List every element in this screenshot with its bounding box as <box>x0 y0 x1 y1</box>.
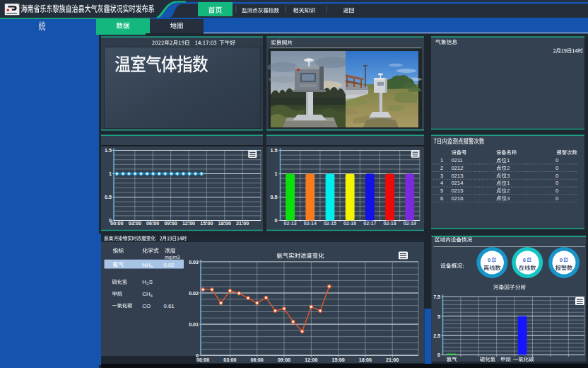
svg-text:21:00: 21:00 <box>236 221 249 226</box>
svg-text:0: 0 <box>555 188 558 194</box>
svg-text:0215: 0215 <box>452 188 464 194</box>
svg-text:S: S <box>149 279 153 285</box>
svg-text:1.5: 1.5 <box>271 147 278 154</box>
svg-text:2.5: 2.5 <box>433 333 440 339</box>
svg-text:12:00: 12:00 <box>305 357 317 363</box>
svg-text:0213: 0213 <box>452 173 464 179</box>
svg-text:0211: 0211 <box>452 157 463 163</box>
svg-text:02-14: 02-14 <box>304 221 317 226</box>
svg-text:0.5: 0.5 <box>271 194 278 200</box>
svg-text:6: 6 <box>440 195 443 202</box>
svg-text:6: 6 <box>523 257 527 263</box>
svg-text:0: 0 <box>437 352 440 358</box>
svg-text:2: 2 <box>440 165 443 171</box>
svg-text:09:00: 09:00 <box>165 221 177 226</box>
svg-text:0.01: 0.01 <box>189 322 199 328</box>
svg-text:06:00: 06:00 <box>251 357 264 363</box>
svg-text:NH: NH <box>142 262 150 268</box>
svg-text:2: 2 <box>507 188 510 194</box>
svg-text:7.5: 7.5 <box>433 294 440 300</box>
svg-text:02-16: 02-16 <box>343 221 356 226</box>
svg-text:H: H <box>142 279 146 285</box>
svg-text:06:00: 06:00 <box>146 221 159 226</box>
svg-text:0216: 0216 <box>452 195 464 202</box>
svg-text:02-17: 02-17 <box>363 221 376 226</box>
svg-text:4: 4 <box>151 294 153 298</box>
svg-text:1: 1 <box>507 180 510 186</box>
svg-text:02-15: 02-15 <box>324 221 336 226</box>
svg-text:1: 1 <box>109 171 112 177</box>
svg-text:0: 0 <box>555 195 558 202</box>
svg-text:03:00: 03:00 <box>129 221 141 226</box>
svg-text:18:00: 18:00 <box>359 357 372 363</box>
svg-text:4: 4 <box>440 180 443 186</box>
svg-text:5: 5 <box>437 314 440 320</box>
svg-text:0214: 0214 <box>452 180 464 186</box>
svg-text:CO: CO <box>142 303 151 309</box>
svg-text:00:00: 00:00 <box>110 221 123 226</box>
svg-text:15:00: 15:00 <box>332 357 345 363</box>
svg-text:0: 0 <box>488 257 491 263</box>
svg-text:21:00: 21:00 <box>386 357 399 363</box>
svg-text:02-19: 02-19 <box>404 221 416 226</box>
svg-text:03:00: 03:00 <box>223 357 236 363</box>
svg-text:3: 3 <box>507 173 510 179</box>
svg-text:18:00: 18:00 <box>218 221 231 226</box>
svg-text:0: 0 <box>555 157 558 163</box>
svg-text:1: 1 <box>275 171 278 177</box>
svg-text:0: 0 <box>555 173 558 179</box>
svg-text:02-18: 02-18 <box>384 221 396 226</box>
svg-text:09:00: 09:00 <box>278 357 290 363</box>
svg-text:0.03: 0.03 <box>189 260 199 265</box>
svg-text:0.5: 0.5 <box>105 194 112 200</box>
svg-text:0212: 0212 <box>452 165 464 171</box>
svg-text:0: 0 <box>560 257 563 263</box>
svg-text:0: 0 <box>555 180 558 186</box>
svg-text:1: 1 <box>440 157 443 163</box>
svg-text:1: 1 <box>507 157 510 163</box>
svg-text:CH: CH <box>142 291 150 297</box>
svg-text:3: 3 <box>507 195 510 202</box>
svg-text:0.02: 0.02 <box>189 291 199 297</box>
svg-text:00:00: 00:00 <box>196 357 209 363</box>
svg-text:3: 3 <box>151 265 153 269</box>
svg-text:mg/m3: mg/m3 <box>165 255 180 260</box>
svg-text:0: 0 <box>555 165 558 171</box>
svg-text:0: 0 <box>275 217 278 224</box>
svg-text:2: 2 <box>507 165 510 171</box>
svg-text:0.02: 0.02 <box>164 262 175 268</box>
svg-text:5: 5 <box>440 188 443 194</box>
svg-text:3: 3 <box>440 173 443 179</box>
svg-text:15:00: 15:00 <box>200 221 213 226</box>
svg-text:1.5: 1.5 <box>105 147 112 154</box>
svg-text:12:00: 12:00 <box>182 221 195 226</box>
svg-text:02-13: 02-13 <box>284 221 297 226</box>
svg-text:0.61: 0.61 <box>164 303 175 309</box>
